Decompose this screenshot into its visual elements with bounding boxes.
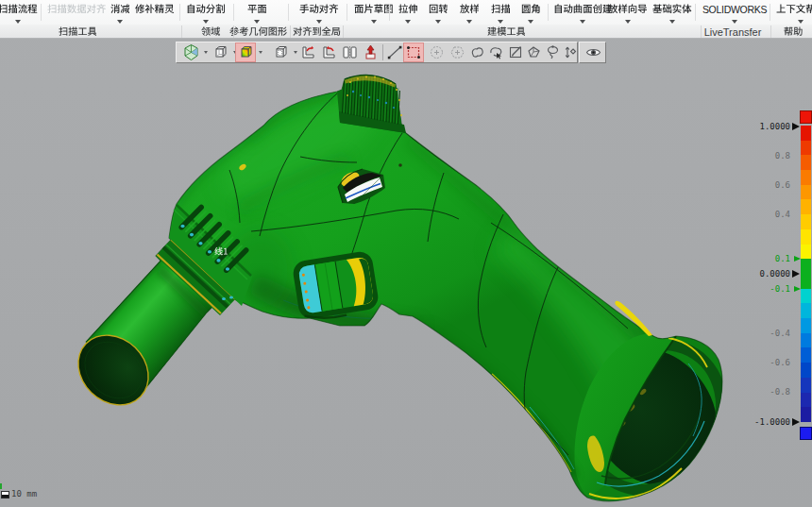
color-scale-label: 0.1	[775, 254, 790, 263]
ribbon-group-5: LiveTransfer	[698, 25, 768, 38]
ribbon-group-2: 参考几何图形	[229, 25, 288, 38]
extend-select-icon[interactable]	[560, 43, 579, 61]
color-scale-label: -0.1	[770, 284, 790, 294]
color-scale-marker-icon[interactable]	[792, 418, 800, 426]
ribbon-tab-cjk-1: 扫描数据对齐	[42, 0, 110, 25]
toolbar-dropdown-arrow-icon[interactable]	[204, 51, 208, 54]
ribbon-tab-cjk-9[interactable]: 回转	[424, 0, 453, 25]
ribbon-tab-cjk-3[interactable]: 修补精灵	[130, 0, 179, 25]
ribbon-separator	[288, 4, 289, 21]
color-scale-label: -1.0000	[754, 417, 790, 427]
ribbon-tab-solidworks[interactable]: SOLIDWORKS	[702, 0, 767, 25]
circle-select-icon[interactable]	[427, 43, 446, 61]
color-scale-label: -0.6	[770, 358, 790, 367]
ribbon-tab-cjk-4[interactable]: 自动分割	[181, 0, 230, 25]
move-home-icon[interactable]	[361, 43, 380, 61]
color-scale-label: 0.8	[775, 151, 790, 161]
ribbon-tab-cjk-15[interactable]: 基础实体	[648, 0, 697, 25]
viewport-3d[interactable]: 线1	[0, 0, 812, 507]
shaded-mesh-icon[interactable]	[181, 43, 200, 61]
scale-bar-box	[1, 491, 9, 499]
dropdown-arrow-icon	[181, 16, 230, 24]
toolbar-dropdown-arrow-icon[interactable]	[259, 51, 262, 54]
line-select-icon[interactable]	[385, 43, 404, 61]
ribbon: 扫描流程扫描数据对齐消减修补精灵自动分割平面手动对齐面片草图拉伸回转放样扫描圆角…	[0, 0, 812, 39]
rotate-plane-right-icon[interactable]	[319, 43, 338, 61]
color-scale-label: 0.0000	[759, 269, 790, 279]
ribbon-group-separator	[181, 25, 182, 38]
dropdown-arrow-icon	[295, 16, 344, 24]
dropdown-arrow-icon	[455, 16, 484, 24]
color-scale-label: 1.0000	[759, 122, 790, 131]
ribbon-separator	[233, 4, 234, 21]
lasso-select-icon[interactable]	[486, 43, 505, 61]
ribbon-tab-cjk-11[interactable]: 扫描	[486, 0, 516, 25]
split-view-icon[interactable]	[340, 43, 359, 61]
rope-select-icon[interactable]	[543, 43, 562, 61]
dropdown-arrow-icon	[349, 16, 398, 24]
view-toolbar	[176, 42, 578, 63]
ribbon-group-0: 扫描工具	[21, 25, 134, 38]
color-scale-label: 0.4	[775, 210, 790, 219]
dropdown-arrow-icon	[486, 16, 516, 24]
ribbon-group-separator	[770, 25, 771, 38]
ribbon-separator	[695, 4, 696, 21]
ribbon-tab-cjk-12[interactable]: 圆角	[516, 0, 546, 25]
ribbon-group-4: 建模工具	[479, 25, 533, 38]
dropdown-arrow-icon	[394, 16, 423, 24]
flood-select-icon[interactable]	[524, 43, 543, 61]
color-scale-over-range	[800, 110, 812, 124]
freeform-select-icon[interactable]	[467, 43, 486, 61]
deviation-color-scale: 1.00000.80.60.40.10.0000-0.1-0.4-0.6-0.8…	[746, 0, 812, 507]
ribbon-separator	[770, 4, 770, 21]
dropdown-arrow-icon	[648, 16, 697, 24]
ribbon-group-1: 领域	[188, 25, 235, 38]
ribbon-group-separator	[233, 25, 234, 38]
visibility-toolbar	[579, 42, 606, 63]
ribbon-tab-row: 扫描流程扫描数据对齐消减修补精灵自动分割平面手动对齐面片草图拉伸回转放样扫描圆角…	[0, 0, 812, 25]
ribbon-tab-cjk-8[interactable]: 拉伸	[394, 0, 423, 25]
ribbon-separator	[548, 4, 549, 21]
polygon-select-icon[interactable]	[448, 43, 466, 61]
ribbon-group-separator	[701, 25, 702, 38]
rectangle-select-icon[interactable]	[404, 43, 423, 61]
rotate-plane-left-icon[interactable]	[298, 43, 317, 61]
scale-bar-label: 10 mm	[11, 489, 37, 499]
dropdown-arrow-icon	[772, 16, 812, 24]
dropdown-arrow-icon	[603, 16, 652, 24]
ribbon-separator	[347, 4, 347, 21]
toolbar-separator	[382, 44, 383, 60]
ribbon-tab-cjk-5[interactable]: 平面	[243, 0, 272, 25]
color-scale-marker-icon[interactable]	[794, 286, 801, 292]
dropdown-arrow-icon	[702, 16, 767, 24]
ribbon-separator	[179, 4, 180, 21]
color-scale-marker-icon[interactable]	[794, 256, 801, 262]
ribbon-tab-cjk-17[interactable]: 上下文帮助	[772, 0, 812, 25]
visibility-eye-icon[interactable]	[584, 43, 602, 61]
paint-select-icon[interactable]	[506, 43, 525, 61]
ribbon-tab-cjk-14[interactable]: 放样向导	[603, 0, 652, 25]
color-scale-marker-icon[interactable]	[792, 123, 800, 130]
ribbon-tab-cjk-7[interactable]: 面片草图	[349, 0, 398, 25]
color-scale-label: -0.4	[770, 329, 790, 338]
boundary-cube-icon[interactable]	[271, 43, 290, 61]
wireframe-cube-icon[interactable]	[211, 43, 229, 61]
ribbon-tab-cjk-10[interactable]: 放样	[455, 0, 484, 25]
ribbon-separator	[41, 4, 42, 21]
color-scale-under-range	[800, 427, 812, 440]
ribbon-group-6: 帮助	[774, 25, 812, 38]
color-scale-bar[interactable]	[801, 126, 811, 422]
ribbon-separator	[389, 4, 390, 21]
ribbon-group-separator	[290, 25, 291, 38]
dropdown-arrow-icon	[424, 16, 453, 24]
ribbon-group-row: 扫描工具领域参考几何图形对齐到全局建模工具LiveTransfer帮助	[0, 25, 812, 39]
dropdown-arrow-icon	[0, 16, 42, 24]
dropdown-arrow-icon	[243, 16, 272, 24]
ribbon-tab-cjk-0[interactable]: 扫描流程	[0, 0, 42, 25]
toolbar-dropdown-arrow-icon[interactable]	[294, 51, 297, 54]
color-scale-label: 0.6	[775, 180, 790, 190]
ribbon-group-separator	[343, 25, 344, 38]
ribbon-tab-cjk-6[interactable]: 手动对齐	[295, 0, 344, 25]
deviation-cube-icon[interactable]	[236, 43, 255, 61]
color-scale-marker-icon[interactable]	[792, 270, 800, 278]
